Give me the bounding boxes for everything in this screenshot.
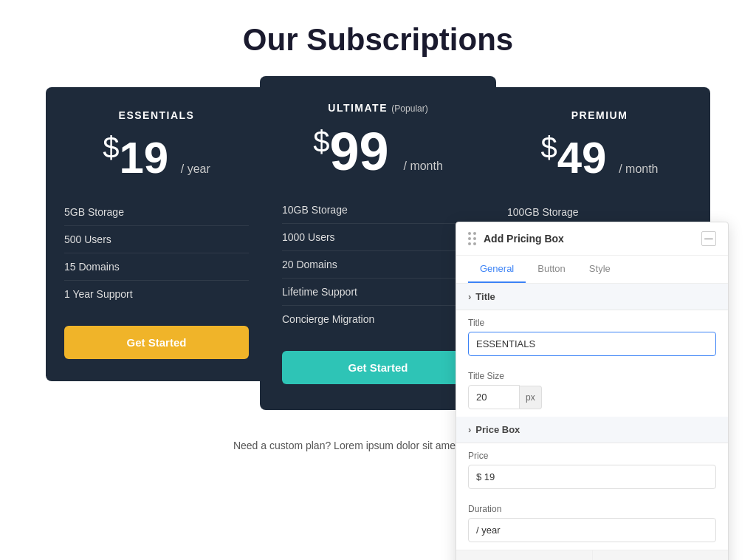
price-amount-ultimate: $99: [313, 122, 403, 181]
price-period-ultimate: / month: [403, 160, 442, 172]
feature-item: 10GB Storage: [282, 197, 474, 224]
card-title-essentials: ESSENTIALS: [64, 109, 249, 121]
feature-item: 500 Users: [64, 226, 249, 253]
title-size-input[interactable]: [468, 385, 520, 409]
features-list-essentials: 5GB Storage 500 Users 15 Domains 1 Year …: [64, 199, 249, 307]
tab-button[interactable]: Button: [526, 256, 577, 283]
duration-input[interactable]: [468, 518, 716, 542]
price-field-label: Price: [468, 451, 716, 461]
title-size-field-group: Title Size px: [456, 363, 728, 417]
feature-item: Lifetime Support: [282, 279, 474, 306]
feature-item: 1 Year Support: [64, 281, 249, 307]
price-period-premium: / month: [619, 163, 658, 175]
save-button[interactable]: Save: [456, 550, 593, 560]
duration-field-group: Duration: [456, 496, 728, 550]
card-title-ultimate: ULTIMATE (Popular): [282, 102, 474, 114]
chevron-down-icon: ›: [468, 291, 471, 302]
section-price-box-header[interactable]: › Price Box: [456, 417, 728, 443]
feature-item: 5GB Storage: [64, 199, 249, 226]
cancel-button[interactable]: Cancel: [593, 550, 729, 560]
title-field-group: Title: [456, 310, 728, 363]
title-input[interactable]: [468, 332, 716, 356]
panel-drag-handle[interactable]: [468, 232, 476, 245]
title-size-input-group: px: [468, 385, 542, 409]
page-wrapper: Our Subscriptions ESSENTIALS $19 / year …: [0, 0, 756, 560]
price-amount-essentials: $19: [103, 133, 181, 182]
add-pricing-box-panel: Add Pricing Box ─ General Button Style ›…: [456, 222, 729, 560]
section-price-box-label: Price Box: [475, 424, 520, 435]
price-period-essentials: / year: [181, 163, 210, 175]
page-title: Our Subscriptions: [15, 22, 741, 58]
features-list-ultimate: 10GB Storage 1000 Users 20 Domains Lifet…: [282, 197, 474, 332]
panel-minimize-button[interactable]: ─: [701, 231, 716, 246]
card-title-premium: PREMIUM: [507, 109, 692, 121]
feature-item: Concierge Migration: [282, 306, 474, 332]
panel-header: Add Pricing Box ─: [456, 222, 728, 256]
pricing-card-essentials: ESSENTIALS $19 / year 5GB Storage 500 Us…: [46, 87, 267, 381]
panel-body: › Title Title Title Size px › Pric: [456, 284, 728, 550]
price-display-essentials: $19 / year: [64, 132, 249, 180]
price-display-premium: $49 / month: [507, 132, 692, 180]
title-size-label: Title Size: [468, 371, 542, 381]
section-title-header[interactable]: › Title: [456, 284, 728, 310]
panel-title: Add Pricing Box: [484, 233, 701, 245]
feature-item: 20 Domains: [282, 251, 474, 279]
price-field-group: Price: [456, 443, 728, 496]
panel-tabs: General Button Style: [456, 256, 728, 284]
tab-general[interactable]: General: [468, 256, 526, 283]
section-title-label: Title: [475, 291, 495, 302]
get-started-button-ultimate[interactable]: Get Started: [282, 351, 474, 384]
feature-item: 1000 Users: [282, 224, 474, 251]
title-field-label: Title: [468, 318, 716, 328]
get-started-button-essentials[interactable]: Get Started: [64, 326, 249, 359]
price-display-ultimate: $99 / month: [282, 125, 474, 178]
duration-field-label: Duration: [468, 504, 716, 514]
title-size-unit: px: [520, 386, 542, 409]
feature-item: 15 Domains: [64, 253, 249, 281]
price-input[interactable]: [468, 465, 716, 489]
price-amount-premium: $49: [540, 133, 619, 182]
panel-footer: Save Cancel: [456, 550, 728, 560]
chevron-down-icon-2: ›: [468, 424, 471, 435]
tab-style[interactable]: Style: [577, 256, 622, 283]
